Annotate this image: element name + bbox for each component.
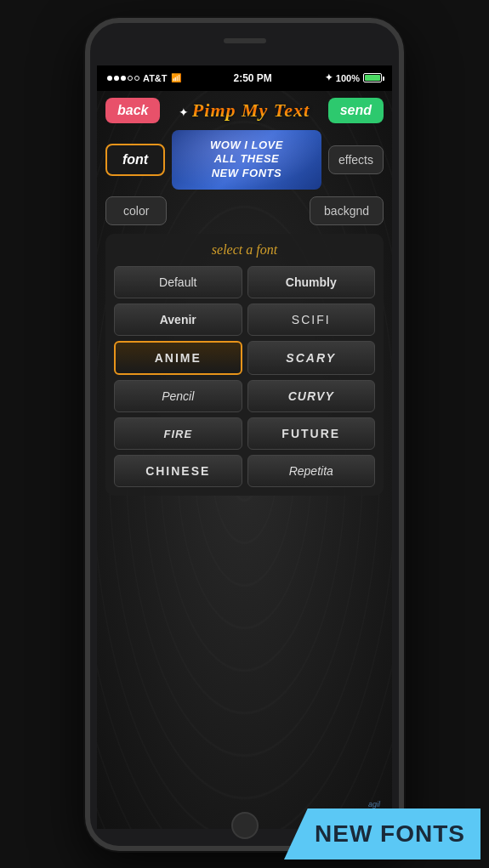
font-select-title: select a font	[114, 242, 375, 258]
wifi-icon: 📶	[171, 73, 181, 82]
signal-dot-3	[121, 76, 126, 81]
sparkle-icon: ✦	[179, 105, 192, 119]
signal-dot-4	[128, 76, 133, 81]
signal-dot-2	[114, 76, 119, 81]
anime-font-button[interactable]: ANIME	[114, 341, 242, 375]
battery-fill	[365, 75, 380, 81]
pencil-font-button[interactable]: Pencil	[114, 380, 242, 412]
new-fonts-banner-outside: NEW FONTS	[284, 808, 480, 859]
scifi-font-button[interactable]: SCIFI	[247, 304, 376, 336]
home-button[interactable]	[231, 812, 259, 839]
send-button[interactable]: send	[328, 98, 384, 123]
status-right: ✦ 100%	[325, 72, 382, 83]
repetita-font-button[interactable]: Repetita	[247, 455, 376, 487]
battery-icon	[363, 73, 382, 82]
phone-shell: AT&T 📶 2:50 PM ✦ 100% back	[85, 18, 404, 851]
preview-text: WOW I LOVEALL THESENEW FONTS	[210, 139, 283, 182]
carrier-name: AT&T	[143, 73, 168, 83]
header-row: back ✦ Pimp My Text send	[97, 91, 392, 130]
avenir-font-button[interactable]: Avenir	[114, 304, 242, 336]
curvy-font-button[interactable]: CURVY	[247, 380, 376, 412]
battery-percent: 100%	[336, 73, 360, 83]
effects-button[interactable]: effects	[328, 145, 384, 174]
chumbly-font-button[interactable]: Chumbly	[247, 266, 376, 298]
app-logo: Pimp My Text	[192, 99, 310, 121]
phone-speaker	[224, 38, 266, 43]
back-button[interactable]: back	[105, 98, 160, 123]
font-select-area: select a font Default Chumbly Avenir SCI…	[105, 234, 384, 496]
app-background: back ✦ Pimp My Text send font WOW I LOVE…	[97, 91, 392, 829]
status-bar: AT&T 📶 2:50 PM ✦ 100%	[97, 65, 392, 91]
status-time: 2:50 PM	[234, 72, 272, 84]
logo-area: ✦ Pimp My Text	[167, 99, 321, 122]
bluetooth-icon: ✦	[325, 72, 333, 83]
chinese-font-button[interactable]: CHINESE	[114, 455, 242, 487]
future-font-button[interactable]: FUTURE	[247, 417, 376, 450]
scary-font-button[interactable]: SCARY	[247, 341, 376, 375]
signal-dot-1	[107, 76, 112, 81]
tool-row: color backgnd	[97, 196, 392, 234]
signal-dot-5	[134, 76, 139, 81]
watermark: agil	[368, 800, 380, 808]
font-grid: Default Chumbly Avenir SCIFI ANIME SCARY…	[114, 266, 375, 487]
backgnd-button[interactable]: backgnd	[310, 196, 384, 225]
text-preview-box: WOW I LOVEALL THESENEW FONTS	[172, 130, 321, 190]
phone-screen: AT&T 📶 2:50 PM ✦ 100% back	[97, 65, 392, 829]
default-font-button[interactable]: Default	[114, 266, 242, 298]
font-button[interactable]: font	[105, 144, 165, 176]
color-button[interactable]: color	[105, 196, 167, 225]
status-left: AT&T 📶	[107, 73, 181, 83]
signal-dots	[107, 76, 139, 81]
preview-row: font WOW I LOVEALL THESENEW FONTS effect…	[97, 130, 392, 197]
fire-font-button[interactable]: FIRE	[114, 417, 242, 450]
